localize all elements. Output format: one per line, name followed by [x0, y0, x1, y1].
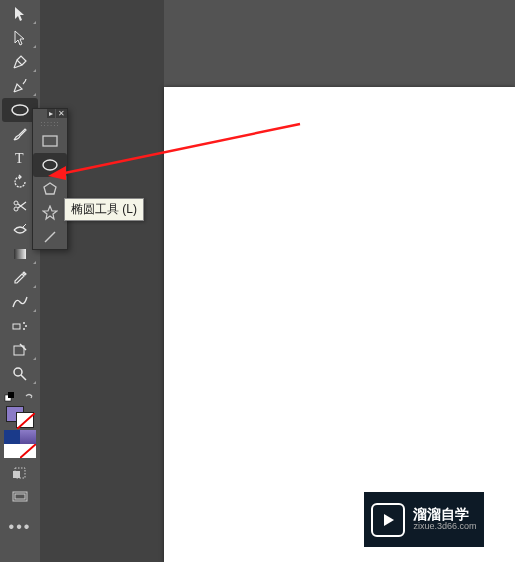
flyout-grip[interactable]: :::::: — [33, 117, 67, 129]
watermark: 溜溜自学 zixue.3d66.com — [364, 492, 484, 547]
draw-mode-normal[interactable] — [2, 461, 38, 485]
svg-marker-21 — [44, 183, 56, 194]
eyedropper-tool[interactable] — [2, 266, 38, 290]
blend-tool[interactable] — [2, 290, 38, 314]
svg-rect-5 — [13, 324, 20, 329]
symbol-sprayer-tool[interactable] — [2, 314, 38, 338]
curvature-tool[interactable] — [2, 74, 38, 98]
shape-builder-tool[interactable] — [2, 338, 38, 362]
more-icon: ••• — [9, 518, 32, 536]
svg-rect-19 — [43, 136, 57, 146]
play-icon — [371, 503, 405, 537]
ellipse-tool[interactable] — [33, 153, 67, 177]
svg-point-2 — [14, 201, 18, 205]
svg-line-23 — [45, 232, 55, 242]
svg-text:T: T — [15, 151, 24, 166]
color-mode-row-2[interactable] — [4, 444, 36, 458]
shape-tool-flyout: ▸ ✕ :::::: — [32, 108, 68, 250]
svg-point-0 — [12, 105, 28, 115]
svg-rect-4 — [14, 249, 26, 259]
tooltip: 椭圆工具 (L) — [64, 198, 144, 221]
zoom-tool[interactable] — [2, 362, 38, 386]
svg-rect-12 — [8, 392, 14, 398]
watermark-title: 溜溜自学 — [413, 507, 476, 522]
screen-mode[interactable] — [2, 485, 38, 509]
default-colors-icon[interactable] — [4, 391, 16, 403]
flyout-collapse-icon[interactable]: ▸ — [47, 109, 55, 118]
swap-colors-icon[interactable] — [24, 391, 36, 403]
selection-tool[interactable] — [2, 2, 38, 26]
svg-marker-22 — [43, 206, 57, 219]
svg-marker-26 — [384, 514, 394, 526]
edit-toolbar[interactable]: ••• — [2, 515, 38, 539]
star-tool[interactable] — [33, 201, 67, 225]
line-tool[interactable] — [33, 225, 67, 249]
artboard[interactable] — [164, 87, 515, 562]
svg-point-7 — [25, 325, 27, 327]
color-mode-row[interactable] — [4, 430, 36, 444]
svg-line-14 — [20, 444, 36, 458]
svg-line-13 — [17, 413, 35, 429]
svg-point-3 — [14, 207, 18, 211]
polygon-tool[interactable] — [33, 177, 67, 201]
direct-selection-tool[interactable] — [2, 26, 38, 50]
watermark-url: zixue.3d66.com — [413, 522, 476, 532]
svg-rect-16 — [13, 471, 20, 478]
flyout-close-icon[interactable]: ✕ — [56, 109, 67, 118]
rectangle-tool[interactable] — [33, 129, 67, 153]
svg-rect-18 — [15, 494, 25, 499]
pen-tool[interactable] — [2, 50, 38, 74]
svg-point-20 — [43, 160, 57, 170]
svg-point-8 — [23, 328, 25, 330]
fill-stroke-swatches[interactable] — [6, 406, 34, 428]
svg-point-6 — [23, 322, 25, 324]
tooltip-text: 椭圆工具 (L) — [71, 202, 137, 216]
svg-point-10 — [14, 368, 22, 376]
